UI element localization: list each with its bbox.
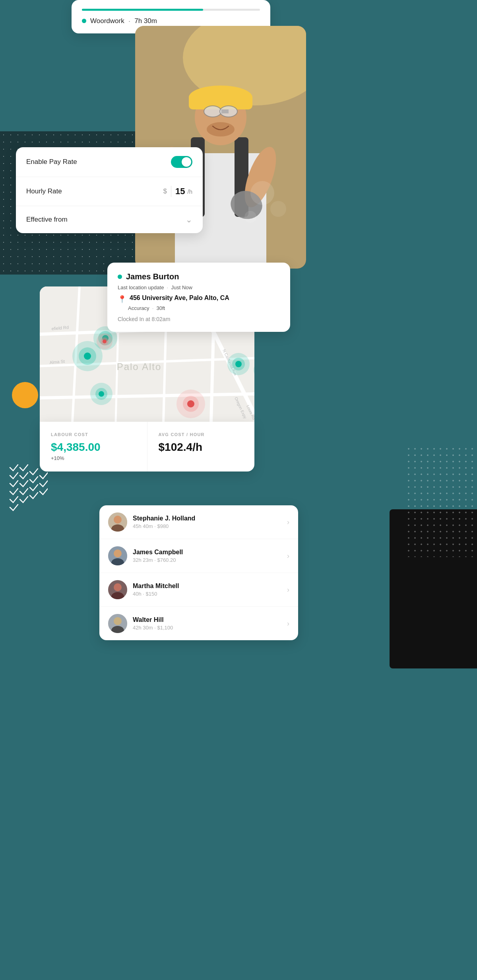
svg-rect-7: [189, 94, 252, 109]
ticks-decoration-left: [8, 462, 48, 525]
employee-row[interactable]: Martha Mitchell 40h · $150 ›: [99, 573, 298, 607]
location-card: James Burton Last location update · Just…: [107, 263, 290, 332]
employee-avatar-walter: [108, 614, 127, 633]
location-update-row: Last location update · Just Now: [118, 284, 280, 290]
hourly-rate-unit: /h: [187, 188, 192, 195]
employee-avatar-martha: [108, 580, 127, 599]
accuracy-row: Accuracy · 30ft: [128, 305, 280, 311]
svg-text:Palo Alto: Palo Alto: [117, 361, 162, 372]
employee-info-walter: Walter Hill 42h 30m · $1,100: [133, 616, 281, 631]
employee-info-james: James Campbell 32h 23m · $760.20: [133, 549, 281, 563]
employees-card: Stephanie J. Holland 45h 40m · $980 › Ja…: [99, 505, 298, 640]
svg-point-17: [244, 211, 256, 223]
svg-point-41: [99, 391, 104, 397]
separator: ·: [128, 16, 131, 25]
svg-point-15: [250, 181, 274, 205]
work-item-name: Woordwork: [90, 17, 124, 25]
location-person-name: James Burton: [126, 272, 179, 281]
svg-point-53: [187, 400, 194, 407]
employee-details: 32h 23m · $760.20: [133, 557, 281, 563]
chevron-right-icon: ›: [287, 552, 289, 560]
chevron-down-icon: ⌄: [186, 215, 192, 224]
employee-avatar-stephanie: [108, 512, 127, 532]
svg-rect-10: [221, 109, 229, 113]
pin-icon: 📍: [118, 295, 126, 304]
labour-cost-change: +10%: [51, 455, 136, 461]
last-update-value: Just Now: [171, 284, 192, 290]
deco-circle-orange: [12, 382, 38, 408]
employee-name: Martha Mitchell: [133, 583, 281, 590]
svg-point-55: [114, 516, 122, 524]
location-status-dot: [118, 275, 122, 279]
employee-avatar-james: [108, 546, 127, 565]
accuracy-label: Accuracy: [128, 305, 149, 311]
enable-payrate-toggle[interactable]: [171, 156, 192, 168]
hourly-rate-row: Hourly Rate $ 15 /h: [16, 177, 203, 206]
employee-details: 42h 30m · $1,100: [133, 625, 281, 631]
progress-track: [82, 9, 260, 11]
chevron-right-icon: ›: [287, 620, 289, 628]
employee-row[interactable]: Walter Hill 42h 30m · $1,100 ›: [99, 607, 298, 640]
employee-row[interactable]: James Campbell 32h 23m · $760.20 ›: [99, 539, 298, 573]
labour-cost-header: LABOUR COST: [51, 432, 136, 437]
employee-name: Stephanie J. Holland: [133, 515, 281, 522]
chevron-right-icon: ›: [287, 518, 289, 526]
dots-pattern-employees-right: [390, 509, 477, 668]
employee-details: 40h · $150: [133, 591, 281, 597]
toggle-knob: [182, 157, 191, 167]
employee-info-stephanie: Stephanie J. Holland 45h 40m · $980: [133, 515, 281, 529]
employee-name: James Campbell: [133, 549, 281, 556]
status-dot-green: [82, 19, 86, 23]
rate-divider: [171, 186, 171, 197]
effective-from-label: Effective from: [26, 216, 68, 224]
costs-card: LABOUR COST $4,385.00 +10% AVG COST / HO…: [40, 422, 254, 471]
work-duration: 7h 30m: [134, 17, 157, 25]
avg-cost-cell: AVG COST / HOUR $102.4/h: [147, 422, 255, 471]
effective-from-row[interactable]: Effective from ⌄: [16, 206, 203, 233]
svg-point-50: [103, 339, 107, 343]
employee-row[interactable]: Stephanie J. Holland 45h 40m · $980 ›: [99, 505, 298, 539]
svg-point-61: [114, 583, 122, 591]
svg-point-16: [270, 201, 286, 217]
progress-fill: [82, 9, 203, 11]
avg-cost-header: AVG COST / HOUR: [159, 432, 244, 437]
employee-name: Walter Hill: [133, 616, 281, 623]
chevron-right-icon: ›: [287, 586, 289, 594]
address-text: 456 University Ave, Palo Alto, CA: [130, 294, 229, 302]
accuracy-value: 30ft: [157, 305, 165, 311]
dots-pattern-bottom-right: [405, 446, 477, 557]
hourly-rate-label: Hourly Rate: [26, 187, 62, 195]
labour-cost-value: $4,385.00: [51, 441, 136, 454]
labour-cost-cell: LABOUR COST $4,385.00 +10%: [40, 422, 147, 471]
enable-payrate-label: Enable Pay Rate: [26, 158, 77, 166]
svg-point-58: [114, 549, 122, 557]
svg-point-38: [84, 353, 91, 360]
enable-payrate-row: Enable Pay Rate: [16, 147, 203, 177]
svg-point-8: [204, 106, 221, 117]
avg-cost-value: $102.4/h: [159, 441, 244, 454]
employee-details: 45h 40m · $980: [133, 523, 281, 529]
payrate-card: Enable Pay Rate Hourly Rate $ 15 /h Effe…: [16, 147, 203, 233]
svg-point-44: [235, 361, 242, 367]
address-row: 📍 456 University Ave, Palo Alto, CA: [118, 294, 280, 304]
last-update-label: Last location update: [118, 284, 164, 290]
currency-symbol: $: [163, 187, 167, 195]
svg-point-64: [114, 617, 122, 625]
clocked-in-time: Clocked In at 8:02am: [118, 316, 280, 322]
hourly-rate-value: 15: [175, 186, 185, 197]
employee-info-martha: Martha Mitchell 40h · $150: [133, 583, 281, 597]
